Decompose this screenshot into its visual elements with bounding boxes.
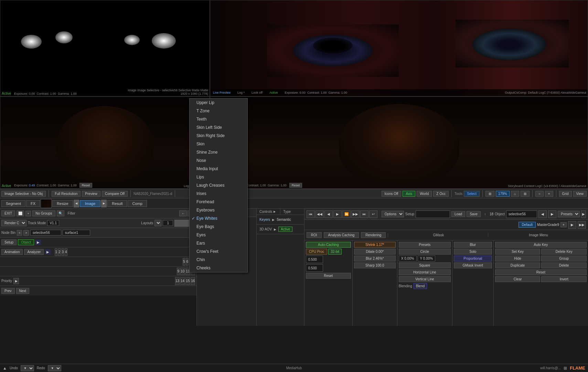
num-2[interactable]: 2 <box>58 248 61 256</box>
animation-btn[interactable]: Animation <box>1 249 23 255</box>
object-name-input[interactable] <box>506 210 537 218</box>
val-input-2[interactable] <box>306 264 323 272</box>
step-back-btn[interactable]: ◀ <box>324 210 333 218</box>
rendering-btn[interactable]: Rendering <box>361 232 386 238</box>
fx-btn[interactable]: FX <box>26 200 40 207</box>
node-bin-right[interactable]: > <box>23 230 29 236</box>
redo-label[interactable]: Redo <box>37 366 45 370</box>
blur-btn[interactable]: Blur <box>454 242 492 248</box>
compare-off-btn[interactable]: Compare Off <box>102 191 128 197</box>
media-hub-label[interactable]: MediaHub <box>286 366 302 370</box>
reset-img-btn[interactable]: Reset <box>495 269 587 275</box>
bit-depth-btn[interactable]: 32-bit <box>328 249 342 255</box>
dropdown-nose[interactable]: Nose <box>190 156 247 165</box>
skip-fwd-btn[interactable]: ⏭ <box>360 210 368 218</box>
loop-btn[interactable]: ↩ <box>369 210 377 218</box>
grade-arrow-r[interactable]: ▶ <box>568 221 576 229</box>
analysis-caching-btn[interactable]: Analysis Caching <box>324 232 359 238</box>
num-5[interactable]: 5 <box>183 258 185 266</box>
vertical-line-btn[interactable]: Vertical Line <box>399 276 451 282</box>
selective-input[interactable] <box>30 230 61 236</box>
resize-btn[interactable]: Resize <box>52 200 73 207</box>
controls-header[interactable]: Controls ▶ <box>257 209 280 215</box>
num-4[interactable]: 4 <box>65 248 67 256</box>
reset-bottom-btn[interactable]: Reset <box>306 273 351 279</box>
presets-select[interactable]: Presets <box>558 211 580 217</box>
blur-val-btn[interactable]: Blur 2.46%* <box>354 256 396 261</box>
image-tab[interactable]: Image <box>80 200 101 207</box>
world-btn[interactable]: World <box>417 191 432 197</box>
grade-arrow-rr[interactable]: ▶▶ <box>578 221 586 229</box>
group-btn[interactable]: Group <box>541 256 587 261</box>
dropdown-irises[interactable]: Irises <box>190 189 247 198</box>
dropdown-eyes[interactable]: Eyes <box>190 231 247 239</box>
dropdown-lips[interactable]: Lips <box>190 173 247 181</box>
image-selective-btn[interactable]: Image Selective - No Obj <box>1 191 46 197</box>
layouts-select[interactable]: ▼ <box>154 220 161 226</box>
num-1[interactable]: 1 <box>55 248 57 256</box>
dropdown-ears[interactable]: Ears <box>190 239 247 247</box>
redo-select[interactable]: ▼ <box>48 365 61 371</box>
shrink-btn[interactable]: Shrink 1.17* <box>354 242 396 248</box>
duplicate-btn[interactable]: Duplicate <box>495 262 541 268</box>
skip-back-btn[interactable]: ⏮ <box>307 210 315 218</box>
presets-right-arrow[interactable]: ▶ <box>581 210 586 218</box>
roi-btn[interactable]: ROI <box>307 232 322 238</box>
select-btn[interactable]: Select <box>464 191 480 197</box>
full-resolution-btn[interactable]: Full Resolution <box>52 191 81 197</box>
add-btn[interactable]: + <box>25 211 31 216</box>
no-groups-btn[interactable]: No Groups <box>32 210 55 216</box>
dropdown-eye-bags[interactable]: Eye Bags <box>190 223 247 231</box>
rev-fast-btn[interactable]: ◀◀ <box>316 210 324 218</box>
delete-key-btn[interactable]: Delete Key <box>541 249 587 255</box>
dropdown-skin-right[interactable]: Skin Right Side <box>190 132 247 140</box>
priority-arrow[interactable]: ▶ <box>13 278 19 284</box>
analyzer-btn[interactable]: Analyzer <box>24 249 44 255</box>
dropdown-shine-zone[interactable]: Shine Zone <box>190 148 247 156</box>
timeline-slider[interactable] <box>485 213 485 215</box>
num-13[interactable]: 13 <box>175 277 180 285</box>
analyzer-arrow[interactable]: ▶ <box>45 249 51 255</box>
default-tag[interactable]: Default <box>518 222 536 228</box>
cpu-proc-btn[interactable]: CPU Proc <box>306 249 327 255</box>
num-3[interactable]: 3 <box>62 248 64 256</box>
solo-btn[interactable]: Solo <box>454 249 492 255</box>
seg-arrow-left[interactable]: ◀ <box>74 200 79 207</box>
grid-icon-btn[interactable]: ⊞ <box>485 191 494 197</box>
dropdown-media-input[interactable]: Media Input <box>190 165 247 173</box>
setup-btn[interactable]: Setup <box>1 239 17 245</box>
dropdown-eye-whites[interactable]: Eye Whites <box>190 214 247 223</box>
z-occ-btn[interactable]: Z Occ <box>433 191 449 197</box>
val-input-1[interactable] <box>306 256 323 263</box>
layout-value[interactable] <box>163 220 173 226</box>
circle-icon-btn[interactable]: ○ <box>535 191 544 197</box>
fast-fwd-btn[interactable]: ▶▶ <box>351 210 360 218</box>
dropdown-teeth[interactable]: Teeth <box>190 115 247 123</box>
next-btn[interactable]: Next <box>16 288 30 294</box>
result-btn[interactable]: Result <box>107 200 127 207</box>
num-15[interactable]: 15 <box>185 277 190 285</box>
setup-input[interactable] <box>416 210 450 218</box>
object-label[interactable]: Object <box>18 239 34 245</box>
axis-btn[interactable]: Axis <box>403 191 415 197</box>
dropdown-upper-lip[interactable]: Upper Lip <box>190 99 247 107</box>
set-key-btn[interactable]: Set Key <box>495 249 541 255</box>
surface-input[interactable] <box>63 230 90 236</box>
dropdown-forehead[interactable]: Forehead <box>190 198 247 206</box>
icons-off-btn[interactable]: Icons Off <box>382 191 402 197</box>
num-16[interactable]: 16 <box>191 277 195 285</box>
undo-select[interactable]: ▼ <box>21 365 34 371</box>
search-icon-btn[interactable]: 🔍 <box>57 210 64 216</box>
play-btn[interactable]: ▶ <box>333 210 342 218</box>
expand-grade-btn[interactable]: + <box>560 222 567 227</box>
preview-btn[interactable]: Preview <box>82 191 100 197</box>
object-arrow-btn[interactable]: ▶ <box>35 240 41 245</box>
obj-step-fwd[interactable]: ▶ <box>548 210 556 218</box>
square-btn[interactable]: Square <box>399 262 451 268</box>
node-bin-left[interactable]: < <box>17 230 22 236</box>
obj-step-back[interactable]: ◀ <box>538 210 547 218</box>
invert-btn[interactable]: Invert <box>541 276 587 282</box>
dropdown-chin[interactable]: Chin <box>190 256 247 264</box>
view-btn[interactable]: View <box>573 191 587 197</box>
keyers-label[interactable]: Keyers <box>259 218 270 221</box>
